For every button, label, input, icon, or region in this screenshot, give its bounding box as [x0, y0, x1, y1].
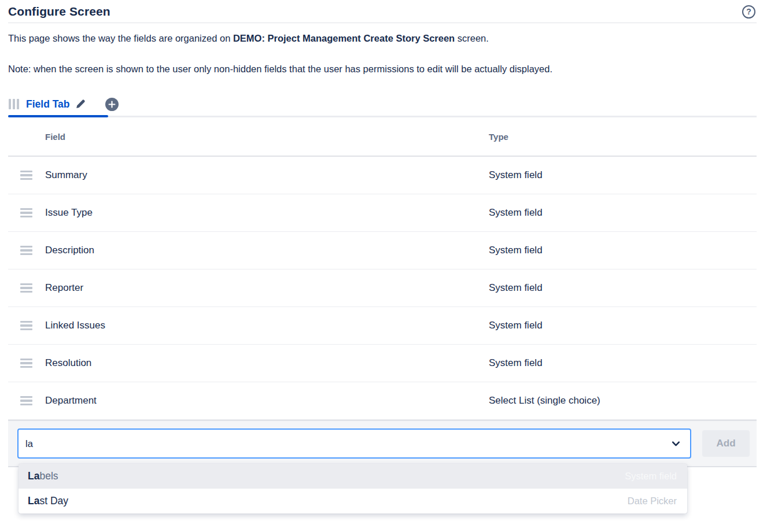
tab-drag-handle-icon[interactable]	[9, 99, 19, 109]
row-drag-handle-icon[interactable]	[20, 246, 32, 256]
table-row: Reporter System field	[8, 269, 757, 307]
help-icon[interactable]: ?	[742, 5, 755, 19]
column-header-type: Type	[489, 132, 757, 142]
note-text: Note: when the screen is shown to the us…	[8, 63, 757, 75]
row-drag-handle-icon[interactable]	[20, 321, 32, 331]
tab-bar-divider	[8, 116, 757, 117]
chevron-down-icon[interactable]	[671, 439, 681, 449]
add-button[interactable]: Add	[702, 430, 750, 457]
tab-label: Field Tab	[26, 98, 70, 110]
table-row: Summary System field	[8, 157, 757, 194]
field-type: System field	[489, 282, 757, 294]
table-row: Description System field	[8, 232, 757, 269]
active-tab-underline	[8, 115, 108, 117]
row-drag-handle-icon[interactable]	[20, 208, 32, 218]
suggestion-rest: bels	[39, 470, 58, 482]
help-glyph: ?	[746, 7, 751, 16]
field-type: System field	[489, 320, 757, 331]
plus-circle-icon	[105, 98, 119, 111]
row-drag-handle-icon[interactable]	[20, 171, 32, 180]
field-type: System field	[489, 207, 757, 219]
suggestion-item-labels[interactable]: Labels System field	[19, 464, 687, 489]
field-type: System field	[489, 357, 757, 369]
table-row: Linked Issues System field	[8, 307, 757, 345]
intro-suffix: screen.	[455, 33, 489, 43]
field-name: Department	[45, 395, 97, 407]
tab-bar: Field Tab	[8, 93, 757, 117]
field-name: Issue Type	[45, 207, 93, 219]
suggestion-type: System field	[625, 471, 677, 482]
field-type: Select List (single choice)	[489, 395, 757, 407]
row-drag-handle-icon[interactable]	[20, 283, 32, 293]
suggestion-rest: st Day	[39, 495, 68, 507]
field-search-input[interactable]	[25, 438, 671, 449]
field-type: System field	[489, 245, 757, 256]
row-drag-handle-icon[interactable]	[20, 359, 32, 368]
field-name: Description	[45, 245, 94, 256]
intro-prefix: This page shows the way the fields are o…	[8, 33, 233, 43]
row-drag-handle-icon[interactable]	[20, 396, 32, 406]
page-title: Configure Screen	[8, 5, 110, 19]
field-name: Reporter	[45, 282, 83, 294]
field-name: Summary	[45, 169, 87, 181]
intro-text: This page shows the way the fields are o…	[8, 32, 757, 45]
field-name: Resolution	[45, 357, 91, 369]
table-row: Issue Type System field	[8, 194, 757, 232]
column-header-field: Field	[8, 132, 489, 142]
field-type: System field	[489, 169, 757, 181]
suggestion-type: Date Picker	[628, 496, 677, 507]
suggestion-match: La	[28, 470, 39, 482]
field-name: Linked Issues	[45, 320, 105, 331]
table-header: Field Type	[8, 117, 757, 157]
suggestion-match: La	[28, 495, 39, 507]
suggestion-item-last-day[interactable]: Last Day Date Picker	[19, 489, 687, 513]
edit-tab-pencil-icon[interactable]	[75, 98, 86, 110]
field-select[interactable]	[17, 428, 691, 459]
screen-name: DEMO: Project Management Create Story Sc…	[233, 33, 455, 43]
table-row: Resolution System field	[8, 345, 757, 382]
configure-screen-page: Configure Screen ? This page shows the w…	[0, 0, 767, 467]
page-header: Configure Screen ?	[8, 0, 757, 23]
suggestion-dropdown: Labels System field Last Day Date Picker	[19, 464, 687, 513]
table-row: Department Select List (single choice)	[8, 382, 757, 420]
add-field-row: Labels System field Last Day Date Picker…	[8, 420, 757, 467]
tab-field-tab[interactable]: Field Tab	[26, 98, 86, 110]
add-tab-button[interactable]	[105, 98, 119, 111]
